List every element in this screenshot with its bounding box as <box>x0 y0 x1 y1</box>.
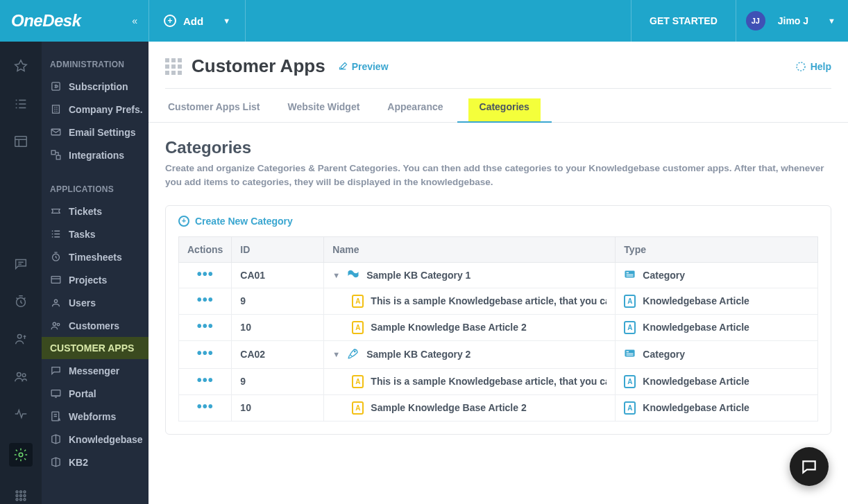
sidebar-item-integrations[interactable]: Integrations <box>42 144 149 166</box>
svg-rect-16 <box>53 105 60 113</box>
svg-point-10 <box>20 495 22 497</box>
th-name: Name <box>324 236 616 262</box>
article-type-icon <box>624 401 636 415</box>
th-type: Type <box>616 236 818 262</box>
categories-card: + Create New Category Actions ID Name Ty… <box>165 205 831 435</box>
svg-point-5 <box>19 453 23 457</box>
rail-activity-icon[interactable] <box>12 406 29 422</box>
svg-rect-35 <box>627 355 634 356</box>
sidebar-item-messenger[interactable]: Messenger <box>42 359 149 382</box>
row-actions-icon[interactable]: ••• <box>197 399 214 414</box>
table-row: •••CA02▼Sample KB Category 2Category <box>179 340 818 368</box>
sidebar-item-subscription[interactable]: Subscription <box>42 75 149 98</box>
sidebar-item-webforms[interactable]: Webforms <box>42 405 149 428</box>
th-id: ID <box>232 236 324 262</box>
sidebar-item-projects[interactable]: Projects <box>42 268 149 291</box>
article-icon <box>352 321 364 334</box>
cell-id: 10 <box>232 394 324 421</box>
tab-appearance[interactable]: Appearance <box>384 98 446 122</box>
svg-point-13 <box>20 498 22 501</box>
sidebar-item-email-settings[interactable]: Email Settings <box>42 121 149 144</box>
create-category-link[interactable]: + Create New Category <box>178 216 818 227</box>
row-actions-icon[interactable]: ••• <box>197 345 214 360</box>
svg-rect-19 <box>56 155 60 159</box>
cell-type: Category <box>616 262 818 288</box>
svg-point-4 <box>22 374 26 377</box>
svg-rect-34 <box>627 354 634 354</box>
table-row: •••10Sample Knowledge Base Article 2Know… <box>179 314 818 340</box>
svg-point-8 <box>24 491 26 493</box>
svg-rect-29 <box>627 272 629 272</box>
sidebar-item-tasks[interactable]: Tasks <box>42 223 149 245</box>
chat-fab[interactable] <box>790 447 829 486</box>
categories-table: Actions ID Name Type •••CA01▼Sample KB C… <box>178 236 818 422</box>
svg-rect-30 <box>627 274 634 275</box>
row-actions-icon[interactable]: ••• <box>197 372 214 388</box>
sidebar-item-customers[interactable]: Customers <box>42 314 149 337</box>
sidebar-item-users[interactable]: Users <box>42 291 149 314</box>
svg-point-11 <box>24 495 26 497</box>
topbar: OneDesk « + Add ▼ GET STARTED JJ Jimo J … <box>0 0 848 42</box>
sidebar-item-knowledgebase[interactable]: Knowledgebase <box>42 428 149 451</box>
main-content: Customer Apps Preview Help Customer Apps… <box>149 42 848 504</box>
svg-rect-18 <box>51 150 56 155</box>
rail-board-icon[interactable] <box>12 133 29 150</box>
rail-users-icon[interactable] <box>12 368 29 385</box>
add-button[interactable]: + Add ▼ <box>149 0 246 42</box>
table-row: •••9This is a sample Knowledgebase artic… <box>179 368 818 394</box>
sidebar-item-kb2[interactable]: KB2 <box>42 451 149 473</box>
collapse-sidebar-icon[interactable]: « <box>132 15 137 26</box>
sidebar-item-tickets[interactable]: Tickets <box>42 200 149 223</box>
cell-type: Knowledgebase Article <box>616 314 818 340</box>
page-title: Customer Apps <box>192 55 325 77</box>
plus-icon: + <box>178 216 189 227</box>
rail-money-user-icon[interactable] <box>12 331 29 347</box>
preview-link[interactable]: Preview <box>338 61 389 72</box>
tab-categories[interactable]: Categories <box>468 98 541 122</box>
user-menu[interactable]: Jimo J ▼ <box>775 15 848 26</box>
cell-id: 10 <box>232 314 324 340</box>
rocket-icon <box>347 347 359 362</box>
cell-id: 9 <box>232 368 324 394</box>
page-header: Customer Apps Preview Help <box>149 42 848 88</box>
tabs: Customer Apps List Website Widget Appear… <box>149 89 848 123</box>
cell-type: Knowledgebase Article <box>616 288 818 314</box>
user-name: Jimo J <box>778 15 808 26</box>
sidebar-item-company-prefs[interactable]: Company Prefs. <box>42 98 149 121</box>
sidebar-item-portal[interactable]: Portal <box>42 382 149 405</box>
cell-name: Sample Knowledge Base Article 2 <box>324 314 616 340</box>
svg-rect-0 <box>15 137 27 147</box>
table-row: •••10Sample Knowledge Base Article 2Know… <box>179 394 818 421</box>
article-icon <box>352 375 364 388</box>
sidebar-item-customer-apps[interactable]: CUSTOMER APPS <box>42 337 149 359</box>
help-link[interactable]: Help <box>795 61 831 72</box>
sidebar-header-admin: ADMINISTRATION <box>42 42 149 75</box>
row-actions-icon[interactable]: ••• <box>197 266 214 281</box>
rail-clock-icon[interactable] <box>12 293 29 310</box>
article-icon <box>352 401 364 415</box>
cell-name: ▼Sample KB Category 2 <box>324 340 616 368</box>
expand-icon[interactable]: ▼ <box>332 350 340 358</box>
article-type-icon <box>624 321 636 334</box>
svg-point-12 <box>16 498 18 501</box>
rail-settings-icon[interactable] <box>9 443 33 467</box>
svg-rect-25 <box>51 390 60 397</box>
sidebar-item-timesheets[interactable]: Timesheets <box>42 245 149 268</box>
rail-list-icon[interactable] <box>12 96 29 112</box>
tab-website-widget[interactable]: Website Widget <box>285 98 363 122</box>
expand-icon[interactable]: ▼ <box>332 271 340 279</box>
svg-point-7 <box>20 491 22 493</box>
row-actions-icon[interactable]: ••• <box>197 318 214 333</box>
sidebar: ADMINISTRATION Subscription Company Pref… <box>42 42 149 504</box>
rail-apps-icon[interactable] <box>12 487 29 504</box>
plus-icon: + <box>164 15 176 27</box>
rail-chat-icon[interactable] <box>12 256 29 272</box>
get-started-button[interactable]: GET STARTED <box>631 0 736 42</box>
chevron-down-icon: ▼ <box>828 17 836 25</box>
article-type-icon <box>624 375 636 388</box>
topbar-right: GET STARTED JJ Jimo J ▼ <box>631 0 848 42</box>
row-actions-icon[interactable]: ••• <box>197 292 214 307</box>
rail-pin-icon[interactable] <box>12 58 29 75</box>
avatar[interactable]: JJ <box>746 11 765 31</box>
tab-customer-apps-list[interactable]: Customer Apps List <box>165 98 263 122</box>
